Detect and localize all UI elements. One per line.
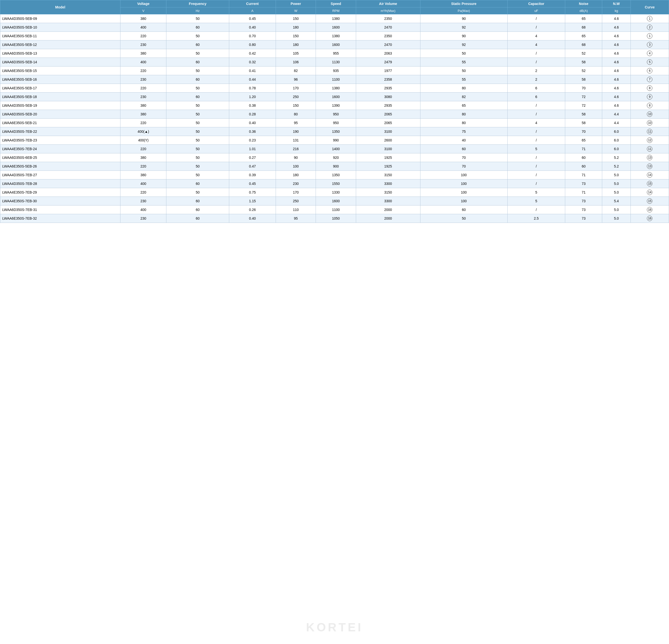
curve-number: 1 [647,16,652,21]
cell-current: 0.39 [229,171,276,179]
cell-frequency: 50 [166,145,229,153]
curve-number: 14 [647,190,652,195]
cell-capacitor: 4 [507,119,565,127]
cell-static_pressure: 100 [420,188,507,197]
cell-frequency: 50 [166,127,229,136]
cell-static_pressure: 60 [420,205,507,214]
cell-nw: 5.0 [602,179,631,188]
cell-nw: 5.4 [602,197,631,205]
cell-noise: 68 [565,41,602,49]
cell-speed: 955 [316,49,356,58]
cell-voltage: 220 [120,84,166,92]
header-row-main: Model Voltage Frequency Current Power Sp… [0,0,669,8]
cell-voltage: 380 [120,153,166,162]
cell-frequency: 50 [166,188,229,197]
cell-speed: 1330 [316,188,356,197]
cell-static_pressure: 80 [420,84,507,92]
cell-model: LWAA4D350S-5EB-19 [0,101,120,110]
cell-frequency: 60 [166,41,229,49]
cell-frequency: 60 [166,23,229,32]
table-row: LWAA6E350S-5EB-15220500.4182935197750252… [0,67,669,75]
data-table: Model Voltage Frequency Current Power Sp… [0,0,669,223]
col-capacitor: Capacitor [507,0,565,8]
cell-voltage: 400 [120,205,166,214]
cell-nw: 4.6 [602,75,631,84]
cell-voltage: 220 [120,67,166,75]
cell-nw: 5.0 [602,188,631,197]
cell-curve: 13 [630,153,669,162]
cell-capacitor: / [507,110,565,119]
cell-static_pressure: 80 [420,110,507,119]
cell-noise: 58 [565,75,602,84]
cell-nw: 4.6 [602,32,631,41]
cell-static_pressure: 50 [420,49,507,58]
table-container: Model Voltage Frequency Current Power Sp… [0,0,669,223]
cell-capacitor: / [507,153,565,162]
cell-curve: 15 [630,197,669,205]
cell-model: LWAA6E350S-5EB-15 [0,67,120,75]
table-row: LWAA4D350S-5EB-10400600.401801600247092/… [0,23,669,32]
col-curve: Curve [630,0,669,14]
curve-number: 11 [647,146,652,152]
cell-frequency: 60 [166,179,229,188]
cell-capacitor: / [507,127,565,136]
cell-frequency: 50 [166,14,229,23]
cell-curve: 11 [630,145,669,153]
cell-power: 170 [276,84,316,92]
cell-air_volume: 2063 [356,49,420,58]
cell-power: 95 [276,119,316,127]
table-row: LWAA4E350S-5EB-12230600.8018016002470924… [0,41,669,49]
cell-current: 0.44 [229,75,276,84]
cell-air_volume: 1977 [356,67,420,75]
cell-frequency: 50 [166,110,229,119]
sub-voltage: V [120,8,166,14]
cell-model: LWAA4E350S-7EB-24 [0,145,120,153]
curve-number: 9 [647,94,652,100]
cell-curve: 6 [630,67,669,75]
cell-speed: 900 [316,162,356,171]
curve-number: 7 [647,77,652,82]
cell-power: 216 [276,145,316,153]
cell-current: 0.47 [229,162,276,171]
cell-power: 80 [276,110,316,119]
table-row: LWAA4D350S-5EB-19380500.381501390293565/… [0,101,669,110]
cell-speed: 1350 [316,127,356,136]
cell-static_pressure: 100 [420,171,507,179]
cell-air_volume: 2600 [356,136,420,145]
cell-noise: 72 [565,92,602,101]
cell-speed: 1350 [316,171,356,179]
cell-noise: 65 [565,14,602,23]
cell-curve: 1 [630,32,669,41]
cell-curve: 15 [630,179,669,188]
table-row: LWAA6E350S-5EB-26220500.47100900192570/6… [0,162,669,171]
cell-power: 82 [276,67,316,75]
cell-static_pressure: 55 [420,75,507,84]
cell-voltage: 220 [120,32,166,41]
cell-frequency: 50 [166,136,229,145]
curve-number: 11 [647,129,652,134]
col-model: Model [0,0,120,14]
cell-curve: 8 [630,84,669,92]
table-row: LWAA4D350S-7EB-22400(▲)500.3619013503100… [0,127,669,136]
cell-frequency: 50 [166,49,229,58]
cell-speed: 1600 [316,41,356,49]
table-row: LWAA6D350S-6EB-25380500.2790920192570/60… [0,153,669,162]
cell-nw: 4.6 [602,49,631,58]
cell-model: LWAA6D350S-6EB-25 [0,153,120,162]
cell-voltage: 380 [120,101,166,110]
cell-power: 180 [276,171,316,179]
col-static-pressure: Static Pressure [420,0,507,8]
cell-speed: 1550 [316,179,356,188]
cell-model: LWAA4E350S-5EB-11 [0,32,120,41]
cell-speed: 990 [316,136,356,145]
col-voltage: Voltage [120,0,166,8]
curve-number: 2 [647,25,652,30]
cell-curve: 9 [630,92,669,101]
sub-static-pressure: Pa(Max) [420,8,507,14]
cell-air_volume: 2470 [356,23,420,32]
cell-model: LWAA4D350S-5EB-09 [0,14,120,23]
curve-number: 16 [647,216,652,221]
cell-noise: 73 [565,205,602,214]
cell-current: 0.38 [229,101,276,110]
cell-noise: 58 [565,110,602,119]
